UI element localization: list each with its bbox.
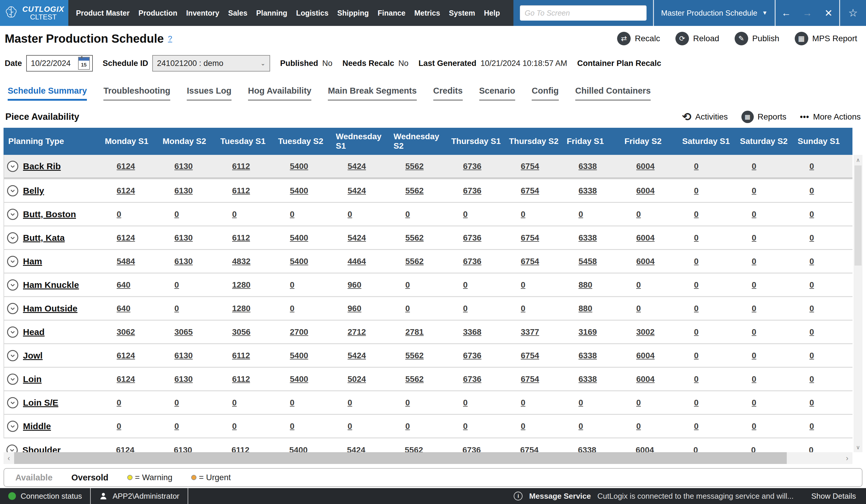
- availability-value-link[interactable]: 0: [679, 257, 736, 266]
- nav-item-sales[interactable]: Sales: [228, 9, 247, 18]
- availability-value-link[interactable]: 0: [563, 210, 621, 219]
- availability-value-link[interactable]: 6736: [448, 257, 506, 266]
- availability-value-link[interactable]: 1280: [217, 280, 275, 290]
- availability-value-link[interactable]: 0: [159, 304, 217, 313]
- availability-value-link[interactable]: 640: [101, 304, 159, 313]
- availability-value-link[interactable]: 5400: [275, 186, 332, 195]
- availability-value-link[interactable]: 0: [794, 304, 852, 313]
- availability-value-link[interactable]: 0: [794, 280, 852, 290]
- availability-value-link[interactable]: 6736: [448, 233, 506, 243]
- availability-value-link[interactable]: 0: [448, 422, 506, 431]
- availability-value-link[interactable]: 0: [275, 398, 332, 407]
- expand-chevron-icon[interactable]: [7, 350, 18, 361]
- scroll-up-icon[interactable]: ∧: [854, 155, 863, 165]
- column-header-planning-type[interactable]: Planning Type: [3, 128, 101, 155]
- availability-value-link[interactable]: 6112: [217, 351, 275, 360]
- column-header-tuesday-s1[interactable]: Tuesday S1: [216, 128, 274, 155]
- availability-value-link[interactable]: 5562: [390, 374, 448, 384]
- availability-value-link[interactable]: 5458: [563, 257, 621, 266]
- availability-value-link[interactable]: 0: [678, 445, 736, 452]
- expand-chevron-icon[interactable]: [7, 256, 18, 267]
- availability-value-link[interactable]: 0: [794, 422, 852, 431]
- availability-value-link[interactable]: 0: [159, 398, 217, 407]
- vertical-scrollbar[interactable]: ∧ ∨: [854, 155, 863, 452]
- availability-value-link[interactable]: 6124: [101, 445, 158, 452]
- availability-value-link[interactable]: 6754: [506, 351, 563, 360]
- availability-value-link[interactable]: 0: [506, 280, 563, 290]
- availability-value-link[interactable]: 0: [390, 304, 448, 313]
- availability-value-link[interactable]: 0: [217, 210, 275, 219]
- availability-value-link[interactable]: 6736: [448, 374, 506, 384]
- availability-value-link[interactable]: 0: [794, 186, 852, 195]
- availability-value-link[interactable]: 6004: [621, 257, 679, 266]
- availability-value-link[interactable]: 0: [332, 398, 390, 407]
- recalc-button[interactable]: ⇄ Recalc: [617, 32, 660, 45]
- column-header-tuesday-s2[interactable]: Tuesday S2: [274, 128, 332, 155]
- column-header-saturday-s1[interactable]: Saturday S1: [678, 128, 736, 155]
- nav-item-inventory[interactable]: Inventory: [186, 9, 220, 18]
- planning-type-link[interactable]: Ham Outside: [23, 303, 77, 314]
- availability-value-link[interactable]: 6004: [621, 351, 679, 360]
- availability-value-link[interactable]: 0: [217, 398, 275, 407]
- availability-value-link[interactable]: 0: [621, 210, 679, 219]
- mps-report-button[interactable]: ▦ MPS Report: [795, 32, 857, 45]
- availability-value-link[interactable]: 6124: [101, 186, 159, 195]
- availability-value-link[interactable]: 960: [332, 280, 390, 290]
- availability-value-link[interactable]: 5562: [390, 257, 448, 266]
- availability-value-link[interactable]: 6338: [563, 374, 621, 384]
- availability-value-link[interactable]: 0: [794, 374, 852, 384]
- availability-value-link[interactable]: 5024: [332, 374, 390, 384]
- availability-value-link[interactable]: 6754: [506, 161, 563, 171]
- column-header-monday-s1[interactable]: Monday S1: [101, 128, 158, 155]
- availability-value-link[interactable]: 6754: [506, 257, 563, 266]
- availability-value-link[interactable]: 0: [794, 327, 852, 337]
- availability-value-link[interactable]: 0: [217, 422, 275, 431]
- availability-value-link[interactable]: 6338: [563, 445, 620, 452]
- availability-value-link[interactable]: 960: [332, 304, 390, 313]
- expand-chevron-icon[interactable]: [7, 209, 18, 220]
- availability-value-link[interactable]: 0: [448, 304, 506, 313]
- scroll-down-icon[interactable]: ∨: [854, 442, 863, 452]
- availability-value-link[interactable]: 880: [563, 280, 621, 290]
- availability-value-link[interactable]: 6754: [506, 374, 563, 384]
- availability-value-link[interactable]: 3002: [621, 327, 679, 337]
- availability-value-link[interactable]: 0: [101, 398, 159, 407]
- nav-item-help[interactable]: Help: [484, 9, 500, 18]
- availability-value-link[interactable]: 0: [736, 257, 794, 266]
- planning-type-link[interactable]: Belly: [23, 186, 44, 196]
- availability-value-link[interactable]: 6338: [563, 351, 621, 360]
- help-link[interactable]: ?: [168, 34, 172, 43]
- availability-value-link[interactable]: 4832: [217, 257, 275, 266]
- availability-value-link[interactable]: 0: [679, 327, 736, 337]
- availability-value-link[interactable]: 880: [563, 304, 621, 313]
- expand-chevron-icon[interactable]: [7, 161, 18, 172]
- availability-value-link[interactable]: 6130: [159, 186, 217, 195]
- availability-value-link[interactable]: 6004: [621, 233, 679, 243]
- nav-item-logistics[interactable]: Logistics: [296, 9, 329, 18]
- availability-value-link[interactable]: 0: [563, 422, 621, 431]
- nav-item-production[interactable]: Production: [138, 9, 177, 18]
- availability-value-link[interactable]: 2781: [390, 327, 448, 337]
- forward-icon[interactable]: →: [797, 7, 818, 19]
- planning-type-link[interactable]: Ham Knuckle: [23, 280, 79, 290]
- availability-value-link[interactable]: 0: [159, 280, 217, 290]
- availability-value-link[interactable]: 6004: [621, 161, 679, 171]
- availability-value-link[interactable]: 0: [794, 210, 852, 219]
- availability-value-link[interactable]: 0: [794, 161, 852, 171]
- availability-value-link[interactable]: 3065: [159, 327, 217, 337]
- column-header-thursday-s1[interactable]: Thursday S1: [447, 128, 505, 155]
- availability-value-link[interactable]: 5400: [275, 161, 332, 171]
- availability-value-link[interactable]: 5400: [275, 257, 332, 266]
- availability-value-link[interactable]: 0: [679, 210, 736, 219]
- activities-button[interactable]: ⟲Activities: [682, 111, 728, 122]
- availability-value-link[interactable]: 6130: [159, 351, 217, 360]
- favorite-star-icon[interactable]: ☆: [848, 7, 858, 19]
- tab-troubleshooting[interactable]: Troubleshooting: [103, 86, 170, 101]
- availability-value-link[interactable]: 5424: [332, 161, 390, 171]
- availability-value-link[interactable]: 0: [506, 210, 563, 219]
- availability-value-link[interactable]: 0: [332, 210, 390, 219]
- availability-value-link[interactable]: 5424: [332, 445, 389, 452]
- availability-value-link[interactable]: 0: [101, 210, 159, 219]
- nav-item-system[interactable]: System: [449, 9, 475, 18]
- availability-value-link[interactable]: 5400: [275, 233, 332, 243]
